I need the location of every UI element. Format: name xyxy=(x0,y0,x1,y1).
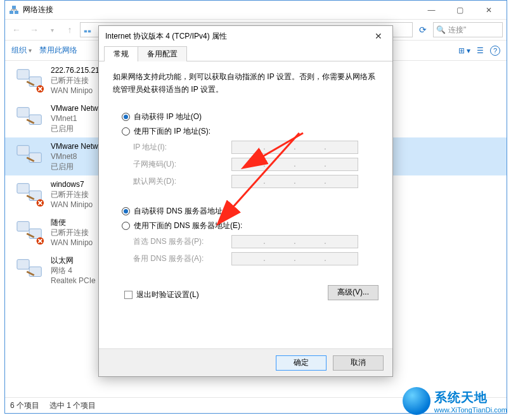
connection-device: WAN Minipo xyxy=(51,86,100,96)
tab-alternate[interactable]: 备用配置 xyxy=(138,46,187,61)
connection-disconnected-icon xyxy=(15,216,46,246)
connection-enabled-icon xyxy=(15,140,46,170)
organize-menu[interactable]: 组织 xyxy=(11,45,32,56)
disable-device-menu[interactable]: 禁用此网络 xyxy=(39,45,77,56)
gateway-label: 默认网关(D): xyxy=(133,176,231,187)
radio-dot-icon xyxy=(122,207,130,215)
svg-rect-13 xyxy=(17,146,29,155)
connection-disconnected-icon xyxy=(15,64,46,94)
dialog-titlebar: Internet 协议版本 4 (TCP/IPv4) 属性 ✕ xyxy=(99,26,392,46)
advanced-button[interactable]: 高级(V)... xyxy=(328,285,378,300)
svg-rect-7 xyxy=(88,30,91,32)
radio-dot-icon xyxy=(122,127,130,136)
nav-back-button[interactable]: ← xyxy=(9,22,24,37)
subnet-mask-field: 子网掩码(U): ... xyxy=(133,158,378,171)
item-count: 6 个项目 xyxy=(10,400,39,411)
refresh-button[interactable]: ⟳ xyxy=(415,22,430,37)
connection-status: 已启用 xyxy=(51,124,98,134)
nav-history-button[interactable]: ▾ xyxy=(44,22,60,37)
svg-rect-18 xyxy=(17,222,29,231)
connection-enabled-icon xyxy=(15,102,46,132)
search-placeholder: 连接" xyxy=(448,25,466,35)
radio-manual-ip[interactable]: 使用下面的 IP 地址(S): xyxy=(122,126,378,137)
svg-rect-16 xyxy=(29,191,41,200)
ip-address-input: ... xyxy=(231,141,358,154)
svg-rect-15 xyxy=(17,184,29,193)
connection-name: 随便 xyxy=(51,217,93,227)
connection-status: 已断开连接 xyxy=(51,227,93,238)
svg-rect-5 xyxy=(12,6,16,9)
connection-status: 已断开连接 xyxy=(51,75,100,86)
connection-status: 已启用 xyxy=(51,162,98,172)
preferred-dns-field: 首选 DNS 服务器(P): ... xyxy=(133,235,378,248)
close-button[interactable]: ✕ xyxy=(474,1,503,19)
radio-auto-dns-label: 自动获得 DNS 服务器地址(B) xyxy=(134,206,233,217)
tab-general[interactable]: 常规 xyxy=(104,46,138,61)
dialog-footer: 确定 取消 xyxy=(99,348,392,376)
watermark-globe-icon xyxy=(403,387,430,415)
validate-on-exit-checkbox[interactable]: 退出时验证设置(L) xyxy=(124,290,199,300)
connection-name: VMware Netw xyxy=(51,141,98,151)
svg-rect-11 xyxy=(17,108,29,117)
svg-rect-4 xyxy=(15,11,18,14)
preferred-dns-input: ... xyxy=(231,235,358,248)
svg-rect-12 xyxy=(29,115,41,124)
cancel-button[interactable]: 取消 xyxy=(333,355,384,371)
connection-name: VMware Netw xyxy=(51,103,98,113)
dialog-tabs: 常规 备用配置 xyxy=(99,46,392,61)
search-input[interactable]: 🔍 连接" xyxy=(433,22,503,37)
selection-count: 选中 1 个项目 xyxy=(49,400,96,411)
svg-rect-8 xyxy=(17,70,29,79)
radio-dot-icon xyxy=(122,222,130,230)
radio-dot-icon xyxy=(122,113,130,121)
dialog-title: Internet 协议版本 4 (TCP/IPv4) 属性 xyxy=(105,31,227,42)
svg-rect-14 xyxy=(29,153,41,162)
maximize-button[interactable]: ▢ xyxy=(446,1,474,19)
radio-manual-dns[interactable]: 使用下面的 DNS 服务器地址(E): xyxy=(122,220,378,231)
view-toggle-2-icon[interactable]: ☰ xyxy=(477,46,484,55)
nav-forward-button[interactable]: → xyxy=(27,22,42,37)
alternate-dns-field: 备用 DNS 服务器(A): ... xyxy=(133,252,378,265)
radio-auto-ip[interactable]: 自动获得 IP 地址(O) xyxy=(122,111,378,122)
ip-address-label: IP 地址(I): xyxy=(133,142,231,153)
checkbox-icon xyxy=(124,291,133,299)
gateway-field: 默认网关(D): ... xyxy=(133,175,378,188)
svg-rect-3 xyxy=(10,11,13,14)
help-icon[interactable]: ? xyxy=(490,46,500,56)
connection-status: 网络 4 xyxy=(51,265,96,276)
connection-name: 222.76.215.21 xyxy=(51,65,100,75)
gateway-input: ... xyxy=(231,175,358,188)
ethernet-icon xyxy=(15,254,46,284)
svg-rect-22 xyxy=(29,267,41,276)
connection-name: 以太网 xyxy=(51,255,96,265)
connection-device: WAN Minipo xyxy=(51,238,93,248)
nav-up-button[interactable]: ↑ xyxy=(62,22,77,37)
validate-on-exit-label: 退出时验证设置(L) xyxy=(136,290,199,300)
connection-name: windows7 xyxy=(51,179,93,189)
radio-auto-ip-label: 自动获得 IP 地址(O) xyxy=(134,111,202,122)
svg-rect-19 xyxy=(29,229,41,238)
connection-device: Realtek PCIe xyxy=(51,276,96,286)
breadcrumb-icon xyxy=(83,25,92,35)
view-toggle-1-icon[interactable]: ⊞ ▾ xyxy=(458,46,470,55)
ip-address-field: IP 地址(I): ... xyxy=(133,141,378,154)
connection-sub: VMnet1 xyxy=(51,113,98,124)
radio-manual-ip-label: 使用下面的 IP 地址(S): xyxy=(134,126,210,137)
dialog-body: 如果网络支持此功能，则可以获取自动指派的 IP 设置。否则，你需要从网络系统管理… xyxy=(99,61,392,307)
alternate-dns-input: ... xyxy=(231,252,358,265)
connection-status: 已断开连接 xyxy=(51,189,93,200)
ipv4-properties-dialog: Internet 协议版本 4 (TCP/IPv4) 属性 ✕ 常规 备用配置 … xyxy=(98,25,393,377)
preferred-dns-label: 首选 DNS 服务器(P): xyxy=(133,236,231,247)
connection-disconnected-icon xyxy=(15,178,46,208)
minimize-button[interactable]: — xyxy=(417,1,446,19)
ok-button[interactable]: 确定 xyxy=(276,355,327,371)
radio-manual-dns-label: 使用下面的 DNS 服务器地址(E): xyxy=(134,220,242,231)
subnet-mask-label: 子网掩码(U): xyxy=(133,159,231,170)
subnet-mask-input: ... xyxy=(231,158,358,171)
explorer-title: 网络连接 xyxy=(23,4,53,15)
svg-rect-21 xyxy=(17,260,29,269)
explorer-titlebar: 网络连接 — ▢ ✕ xyxy=(5,1,507,20)
dialog-close-button[interactable]: ✕ xyxy=(371,29,386,44)
svg-rect-9 xyxy=(29,77,41,86)
radio-auto-dns[interactable]: 自动获得 DNS 服务器地址(B) xyxy=(122,206,378,217)
